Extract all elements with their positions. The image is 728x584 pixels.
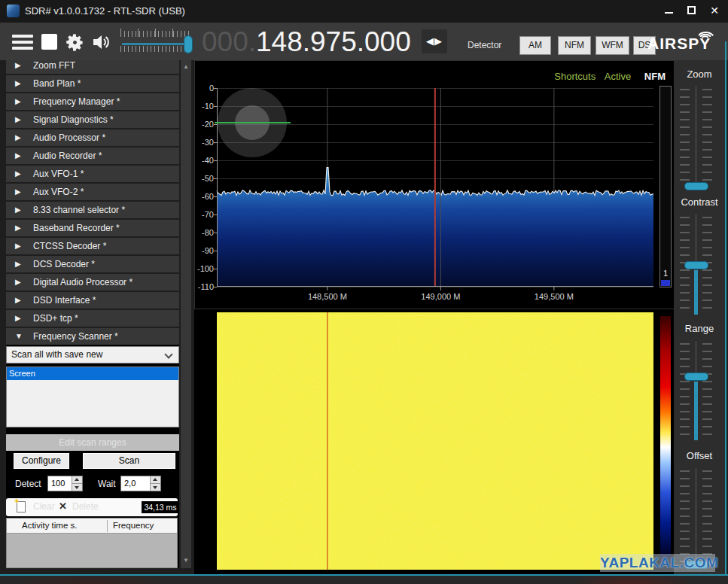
sidebar-item-zoom-fft[interactable]: ▶Zoom FFT (6, 60, 179, 74)
sidebar-item-dsd-tcp-[interactable]: ▶DSD+ tcp * (6, 310, 179, 327)
sidebar-item-band-plan-[interactable]: ▶Band Plan * (6, 75, 179, 92)
edit-scan-ranges-button[interactable]: Edit scan ranges (6, 434, 179, 451)
db-tick-label: -80 (188, 228, 214, 237)
db-tick-label: -90 (188, 246, 214, 255)
stop-button[interactable] (41, 34, 57, 50)
sidebar-item-dcs-decoder-[interactable]: ▶DCS Decoder * (6, 256, 179, 272)
expand-arrow-icon[interactable]: ▶ (15, 220, 21, 236)
sidebar-item-signal-diagnostics-[interactable]: ▶Signal Diagnostics * (6, 111, 179, 128)
maximize-button[interactable] (684, 3, 700, 18)
clear-button[interactable]: Clear (33, 501, 55, 512)
scan-mode-value: Scan all with save new (11, 349, 102, 360)
detect-value[interactable]: 100 (51, 479, 65, 488)
db-tick-label: -110 (188, 282, 214, 291)
chevron-down-icon (164, 350, 172, 358)
expand-arrow-icon[interactable]: ▶ (15, 129, 21, 146)
scan-button[interactable]: Scan (83, 453, 175, 469)
scroll-down-icon[interactable]: ▼ (182, 557, 190, 564)
scan-range-selected[interactable]: Screen (7, 367, 178, 380)
scanner-toolbar: Clear ✕ Delete 34,13 ms (6, 498, 178, 516)
sidebar-item-aux-vfo-1-[interactable]: ▶Aux VFO-1 * (6, 166, 179, 182)
waterfall-display[interactable] (217, 312, 653, 570)
slider-label-offset: Offset (674, 450, 725, 461)
scan-range-listbox[interactable]: Screen (6, 367, 179, 427)
frequency-display[interactable]: 000.148.975.000 (202, 26, 411, 58)
spin-up-icon[interactable] (72, 476, 82, 484)
sidebar-item-baseband-recorder-[interactable]: ▶Baseband Recorder * (6, 220, 179, 236)
menu-button[interactable] (12, 35, 33, 53)
spectrum-plot[interactable] (214, 88, 653, 290)
scan-mode-dropdown[interactable]: Scan all with save new (6, 346, 179, 363)
expand-arrow-icon[interactable]: ▶ (15, 166, 21, 182)
detector-label: Detector (468, 40, 501, 50)
range-slider-handle[interactable] (684, 373, 708, 381)
zoom-slider-track[interactable] (696, 87, 696, 190)
offset-slider-track[interactable] (696, 468, 696, 566)
sidebar-item-audio-processor-[interactable]: ▶Audio Processor * (6, 129, 179, 146)
expand-arrow-icon[interactable]: ▶ (15, 60, 21, 74)
osd-mode: NFM (644, 71, 666, 82)
sidebar-item-label: CTCSS Decoder * (33, 238, 106, 254)
new-file-icon[interactable] (17, 501, 26, 513)
expand-arrow-icon[interactable]: ▶ (15, 75, 21, 92)
db-tick-label: -60 (188, 192, 214, 201)
col-frequency: Frequency (113, 521, 154, 530)
spin-down-icon[interactable] (72, 484, 82, 491)
sidebar-item-label: Band Plan * (33, 75, 81, 92)
frequency-step-arrows[interactable]: ◀▶ (422, 29, 447, 53)
delete-button[interactable]: Delete (72, 501, 99, 512)
page-meter[interactable]: 1 (659, 86, 672, 287)
expand-arrow-icon[interactable]: ▶ (15, 292, 21, 309)
volume-slider-track[interactable] (122, 43, 188, 45)
sidebar-item-frequency-manager-[interactable]: ▶Frequency Manager * (6, 93, 179, 110)
mode-button-wfm[interactable]: WFM (595, 36, 629, 55)
frequency-tick-label: 149,500 M (530, 292, 578, 301)
audio-mute-icon[interactable] (92, 33, 113, 54)
sidebar-item-label: Digital Audio Processor * (33, 274, 133, 290)
configure-button[interactable]: Configure (14, 453, 69, 469)
expand-arrow-icon[interactable]: ▶ (15, 274, 21, 290)
settings-gear-icon[interactable] (65, 32, 85, 56)
collapse-arrow-icon[interactable]: ▼ (15, 328, 23, 345)
sidebar-item-8-33-channel-selector-[interactable]: ▶8.33 channel selector * (6, 202, 179, 218)
sidebar-item-frequency-scanner-[interactable]: ▼Frequency Scanner * (6, 328, 179, 345)
expand-arrow-icon[interactable]: ▶ (15, 202, 21, 218)
watermark: YAPLAKAL.COM (600, 554, 715, 572)
expand-arrow-icon[interactable]: ▶ (15, 184, 21, 200)
sidebar-item-label: Signal Diagnostics * (33, 111, 114, 128)
mode-button-am[interactable]: AM (519, 36, 551, 55)
sidebar-item-label: Baseband Recorder * (33, 220, 120, 236)
sidebar-item-digital-audio-processor-[interactable]: ▶Digital Audio Processor * (6, 274, 179, 290)
scroll-up-icon[interactable]: ▲ (182, 63, 190, 70)
frequency-dim-digits[interactable]: 000. (202, 26, 256, 57)
expand-arrow-icon[interactable]: ▶ (15, 148, 21, 164)
wait-value[interactable]: 2,0 (124, 479, 136, 488)
zoom-slider-handle[interactable] (684, 182, 708, 190)
volume-ticks-top-major (120, 29, 190, 37)
slider-ticks (680, 470, 690, 562)
frequency-digits[interactable]: 148.975.000 (256, 26, 411, 57)
sidebar-item-ctcss-decoder-[interactable]: ▶CTCSS Decoder * (6, 238, 179, 254)
expand-arrow-icon[interactable]: ▶ (15, 238, 21, 254)
detect-spinner[interactable]: 100 (47, 476, 83, 491)
sidebar-item-dsd-interface-[interactable]: ▶DSD Interface * (6, 292, 179, 309)
expand-arrow-icon[interactable]: ▶ (15, 310, 21, 327)
mode-button-nfm[interactable]: NFM (558, 36, 591, 55)
spin-down-icon[interactable] (151, 484, 160, 491)
delete-x-icon[interactable]: ✕ (59, 500, 67, 512)
volume-slider-handle[interactable] (184, 35, 193, 53)
range-slider-fill (694, 382, 698, 440)
close-button[interactable]: ✕ (706, 3, 723, 18)
activity-table-header: Activity time s. Frequency (7, 519, 177, 534)
minimize-button[interactable] (661, 3, 678, 18)
wait-spinner[interactable]: 2,0 (120, 476, 161, 491)
sidebar-item-audio-recorder-[interactable]: ▶Audio Recorder * (6, 148, 179, 164)
sidebar-item-label: Audio Processor * (33, 129, 105, 146)
spin-up-icon[interactable] (151, 476, 160, 484)
expand-arrow-icon[interactable]: ▶ (15, 93, 21, 110)
contrast-slider-handle[interactable] (684, 261, 708, 269)
expand-arrow-icon[interactable]: ▶ (15, 256, 21, 272)
sidebar-item-aux-vfo-2-[interactable]: ▶Aux VFO-2 * (6, 184, 179, 200)
expand-arrow-icon[interactable]: ▶ (15, 111, 21, 128)
sidebar-scrollbar[interactable]: ▲ ▼ (181, 60, 191, 568)
